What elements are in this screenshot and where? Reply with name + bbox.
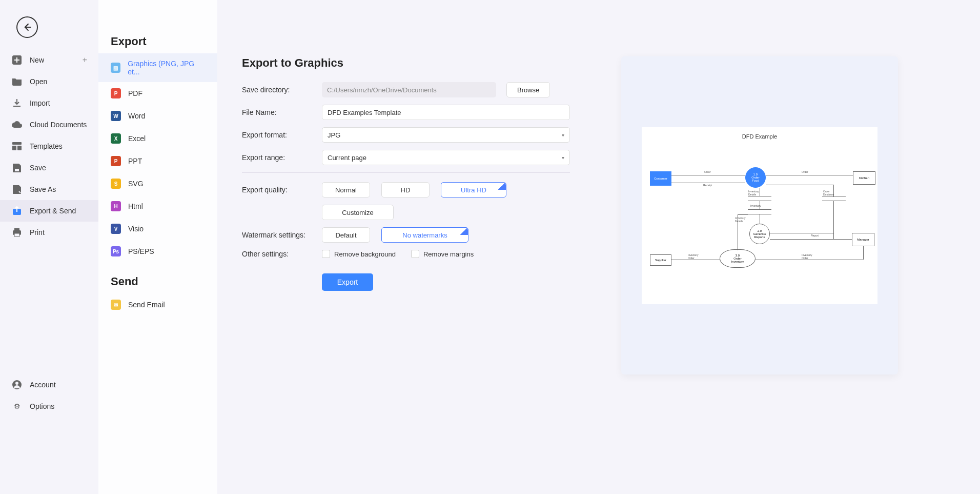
ps-icon: Ps — [111, 246, 121, 256]
store-inventory — [748, 209, 771, 214]
fmt-excel[interactable]: X Excel — [98, 127, 217, 150]
fmt-label: Excel — [128, 134, 146, 143]
fmt-label: PPT — [128, 157, 142, 165]
process-order-inventory: 3.0OrderInventory — [720, 249, 756, 268]
fmt-ps-eps[interactable]: Ps PS/EPS — [98, 240, 217, 263]
svg-rect-4 — [15, 169, 19, 171]
leftnav: New + Open Import Cloud Documents Templa… — [0, 49, 98, 494]
quality-hd-button[interactable]: HD — [381, 182, 430, 197]
fmt-label: Visio — [128, 225, 144, 233]
user-icon — [11, 379, 23, 390]
export-range-label: Export range: — [242, 153, 322, 162]
fmt-word[interactable]: W Word — [98, 105, 217, 127]
nav-export-send[interactable]: Export & Send — [0, 200, 98, 222]
entity-supplier: Supplier — [650, 254, 671, 266]
process-generate-reports: 2.0GenerateReports — [749, 224, 770, 244]
watermark-default-button[interactable]: Default — [322, 227, 370, 243]
nav-label: Export & Send — [30, 207, 76, 215]
entity-kitchen: Kitchen — [853, 171, 875, 185]
save-dir-value: C:/Users/rimzh/OneDrive/Documents — [322, 82, 496, 97]
nav-label: Save — [30, 164, 46, 172]
nav-print[interactable]: Print — [0, 222, 98, 243]
fmt-label: PS/EPS — [128, 247, 154, 255]
fmt-visio[interactable]: V Visio — [98, 218, 217, 240]
store-label: InventoryDetails — [748, 190, 759, 196]
nav-save-as[interactable]: Save As — [0, 179, 98, 200]
html-icon: H — [111, 201, 121, 211]
excel-icon: X — [111, 133, 121, 144]
pdf-icon: P — [111, 88, 121, 98]
back-button[interactable] — [16, 16, 38, 38]
nav-label: Templates — [30, 142, 63, 150]
plus-icon[interactable]: + — [83, 55, 87, 65]
image-icon: ▧ — [111, 63, 120, 73]
nav-label: Cloud Documents — [30, 121, 87, 129]
nav-label: New — [30, 56, 44, 64]
svg-rect-1 — [12, 142, 22, 145]
dfd-diagram: Customer 1.0OrderFood Kitchen Manager Su… — [648, 147, 871, 290]
quality-normal-button[interactable]: Normal — [322, 182, 370, 197]
send-email[interactable]: ✉ Send Email — [98, 293, 217, 316]
file-name-input[interactable] — [322, 105, 570, 120]
mail-icon: ✉ — [111, 300, 121, 310]
quality-customize-button[interactable]: Customize — [322, 205, 394, 220]
preview-title: DFD Example — [648, 133, 871, 140]
main-content: Export to Graphics Save directory: C:/Us… — [217, 0, 980, 494]
nav-options[interactable]: ⚙ Options — [0, 396, 98, 417]
nav-import[interactable]: Import — [0, 92, 98, 114]
nav-account[interactable]: Account — [0, 374, 98, 396]
fmt-label: Word — [128, 112, 145, 120]
checkbox-box — [411, 250, 419, 258]
svg-point-10 — [15, 382, 18, 385]
file-name-label: File Name: — [242, 108, 322, 116]
nav-templates[interactable]: Templates — [0, 135, 98, 157]
print-icon — [11, 227, 23, 238]
export-range-select[interactable]: Current page — [322, 150, 570, 165]
plus-square-icon — [11, 54, 23, 66]
other-settings-label: Other settings: — [242, 250, 322, 258]
store-label: OrderDatabase — [823, 190, 834, 196]
nav-label: Print — [30, 228, 45, 236]
fmt-label: Graphics (PNG, JPG et... — [128, 60, 205, 76]
preview-image: DFD Example Customer 1.0OrderFood Kitche… — [642, 127, 877, 304]
gear-icon: ⚙ — [11, 401, 23, 412]
export-format-select[interactable]: JPG — [322, 127, 570, 143]
fmt-svg[interactable]: S SVG — [98, 172, 217, 195]
remove-bg-checkbox[interactable]: Remove background — [322, 250, 396, 258]
svg-rect-2 — [12, 146, 16, 150]
fmt-graphics[interactable]: ▧ Graphics (PNG, JPG et... — [98, 53, 217, 82]
nav-label: Open — [30, 77, 47, 86]
fmt-ppt[interactable]: P PPT — [98, 150, 217, 172]
send-heading: Send — [98, 263, 217, 293]
export-format-label: Export format: — [242, 131, 322, 139]
export-quality-label: Export quality: — [242, 186, 322, 194]
word-icon: W — [111, 111, 121, 121]
fmt-label: Html — [128, 202, 143, 210]
quality-uhd-button[interactable]: Ultra HD — [441, 182, 506, 197]
remove-margins-checkbox[interactable]: Remove margins — [411, 250, 474, 258]
nav-save[interactable]: Save — [0, 157, 98, 179]
svg-icon: S — [111, 179, 121, 189]
browse-button[interactable]: Browse — [506, 82, 550, 97]
entity-customer: Customer — [650, 171, 671, 186]
form-heading: Export to Graphics — [242, 56, 570, 70]
watermark-none-button[interactable]: No watermarks — [381, 227, 468, 243]
fmt-html[interactable]: H Html — [98, 195, 217, 218]
export-sidebar: Export ▧ Graphics (PNG, JPG et... P PDF … — [98, 0, 217, 494]
nav-label: Options — [30, 402, 54, 410]
nav-new[interactable]: New + — [0, 49, 98, 71]
save-dir-label: Save directory: — [242, 86, 322, 94]
send-label: Send Email — [128, 301, 165, 309]
nav-cloud-documents[interactable]: Cloud Documents — [0, 114, 98, 135]
checkbox-box — [322, 250, 330, 258]
nav-open[interactable]: Open — [0, 71, 98, 92]
svg-rect-8 — [14, 233, 19, 236]
folder-icon — [11, 76, 23, 87]
watermark-label: Watermark settings: — [242, 231, 322, 239]
nav-label: Import — [30, 99, 50, 107]
svg-rect-7 — [14, 228, 19, 231]
nav-label: Save As — [30, 185, 56, 193]
fmt-pdf[interactable]: P PDF — [98, 82, 217, 105]
export-icon — [11, 205, 23, 216]
export-button[interactable]: Export — [322, 273, 373, 291]
